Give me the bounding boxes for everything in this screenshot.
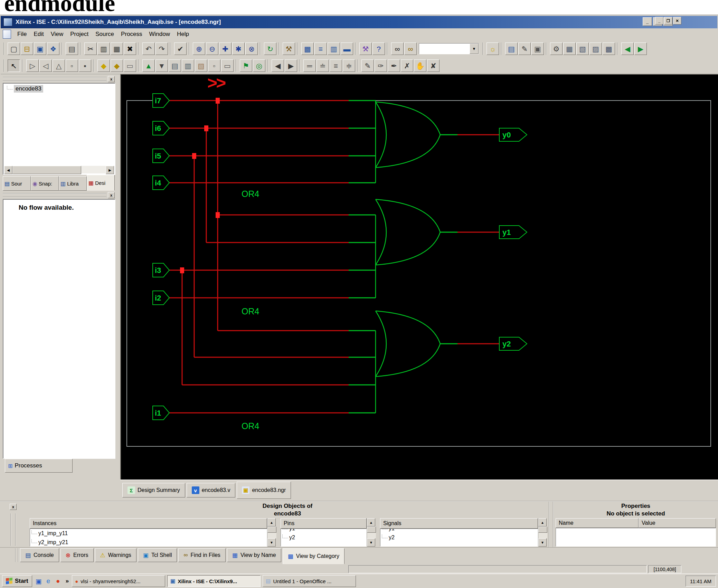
close-icon[interactable]: x: [10, 504, 17, 510]
tab-warnings[interactable]: ⚠Warnings: [95, 548, 136, 562]
list-item[interactable]: y1_imp_y11: [30, 529, 267, 538]
select-block-button[interactable]: ▫: [66, 59, 78, 72]
scrollbar-track[interactable]: [538, 527, 547, 538]
minimize-button[interactable]: _: [643, 17, 652, 26]
quick-launch-desktop[interactable]: ▣: [34, 576, 43, 586]
child-window-icon[interactable]: [3, 30, 11, 39]
highlight-b-button[interactable]: ◆: [111, 59, 123, 72]
pins-list[interactable]: y1y2: [281, 529, 367, 547]
route-chip-button[interactable]: ▩: [603, 42, 615, 55]
nav-back-button[interactable]: ◀: [621, 42, 634, 55]
chevron-down-icon[interactable]: ▼: [470, 44, 479, 54]
tab-processes[interactable]: ⊞ Processes: [5, 459, 73, 473]
tab-encode83-v[interactable]: vencode83.v: [187, 483, 236, 497]
instances-list[interactable]: y1_imp_y11y2_imp_y21: [30, 529, 267, 547]
scroll-down-icon[interactable]: ▼: [538, 538, 547, 547]
synthesize-chip-button[interactable]: ▦: [563, 42, 576, 55]
close-icon[interactable]: x: [108, 76, 115, 82]
menu-process[interactable]: Process: [117, 29, 145, 39]
scrollbar-thumb[interactable]: [538, 527, 547, 533]
tab-design[interactable]: ▦Desi: [87, 175, 115, 191]
highlight-clear-button[interactable]: ▭: [124, 59, 136, 72]
quick-launch-ie[interactable]: e: [44, 576, 53, 586]
tile-horizontal-button[interactable]: ▬: [341, 42, 353, 55]
refresh-button[interactable]: ↻: [264, 42, 276, 55]
tab-design-summary[interactable]: ΣDesign Summary: [122, 483, 185, 497]
column-header-value[interactable]: Value: [639, 518, 716, 528]
menu-source[interactable]: Source: [92, 29, 117, 39]
schematic-canvas[interactable]: OR4OR4OR4i7i6i5i4i3i2i1y0y1y2>>: [120, 74, 718, 480]
implement-chip-button[interactable]: ⚙: [550, 42, 563, 55]
draw-c-button[interactable]: ✒: [388, 59, 400, 72]
nav-forward-button[interactable]: ▶: [634, 42, 647, 55]
cut-button[interactable]: ✂: [84, 42, 97, 55]
close-icon[interactable]: x: [108, 192, 115, 198]
list-item[interactable]: y2: [281, 533, 366, 542]
scrollbar-track[interactable]: [267, 527, 276, 538]
edit-source-button[interactable]: ✎: [518, 42, 531, 55]
paste-button[interactable]: ▦: [111, 42, 123, 55]
print-button[interactable]: ▤: [66, 42, 78, 55]
lightbulb-button[interactable]: ☼: [486, 42, 499, 55]
view-details-button[interactable]: ≡: [314, 42, 327, 55]
tab-snapshots[interactable]: ◉Snap:: [31, 176, 59, 191]
align-a-button[interactable]: ═: [303, 59, 316, 72]
save-button[interactable]: ▣: [34, 42, 46, 55]
select-pointer-button[interactable]: ↖: [8, 59, 20, 72]
list-item[interactable]: y2: [380, 533, 538, 542]
processes-panel-grabbar[interactable]: x: [3, 192, 115, 198]
task-xilinx[interactable]: ▣Xilinx - ISE - C:\Xilinx9...: [167, 575, 261, 587]
new-document-button[interactable]: ▢: [8, 42, 20, 55]
scrollbar-thumb[interactable]: [12, 166, 81, 174]
open-project-button[interactable]: ⊟: [21, 42, 33, 55]
filter-input[interactable]: [419, 44, 470, 54]
list-item[interactable]: y1: [380, 529, 538, 533]
sources-tree[interactable]: encode83 ◀ ▶: [3, 83, 115, 175]
view-report-a-button[interactable]: ▤: [169, 59, 181, 72]
pan-hand-button[interactable]: ✋: [414, 59, 426, 72]
column-header-name[interactable]: Name: [556, 518, 639, 528]
menu-project[interactable]: Project: [67, 29, 92, 39]
tab-view-by-name[interactable]: ▦View by Name: [227, 548, 281, 562]
scroll-up-icon[interactable]: ▲: [538, 518, 547, 527]
scrollbar-thumb[interactable]: [367, 527, 376, 533]
draw-a-button[interactable]: ✎: [361, 59, 374, 72]
tree-item-encode83[interactable]: encode83: [3, 84, 115, 93]
scrollbar-track[interactable]: [367, 527, 376, 538]
hierarchy-up-button[interactable]: △: [53, 59, 65, 72]
properties-list[interactable]: [556, 528, 716, 547]
menu-edit[interactable]: Edit: [30, 29, 47, 39]
notes-button[interactable]: ▧: [195, 59, 207, 72]
mark-button[interactable]: ⚑: [240, 59, 252, 72]
scroll-up-icon[interactable]: ▲: [267, 518, 276, 527]
delete-button[interactable]: ✖: [124, 42, 136, 55]
menu-help[interactable]: Help: [173, 29, 192, 39]
scroll-down-icon[interactable]: ▼: [267, 538, 276, 547]
vertical-scrollbar[interactable]: ▲▼: [538, 518, 547, 547]
column-header-pins[interactable]: Pins: [281, 518, 367, 529]
tab-errors[interactable]: ⊗Errors: [60, 548, 94, 562]
hierarchy-pop-button[interactable]: ◁: [39, 59, 52, 72]
pin-a-button[interactable]: ▫: [208, 59, 220, 72]
scrollbar-thumb[interactable]: [267, 527, 276, 533]
net-junction[interactable]: [204, 125, 208, 131]
scroll-left-icon[interactable]: ◀: [4, 166, 12, 174]
view-report-b-button[interactable]: ▥: [182, 59, 194, 72]
grab-handle[interactable]: [15, 548, 19, 562]
zoom-out-button[interactable]: ⊖: [206, 42, 218, 55]
menu-view[interactable]: View: [47, 29, 67, 39]
grab-handle[interactable]: [3, 77, 106, 81]
tab-libraries[interactable]: ▥Libra: [59, 176, 87, 191]
view-source-button[interactable]: ▣: [531, 42, 544, 55]
redo-button[interactable]: ↷: [155, 42, 168, 55]
align-c-button[interactable]: ≡: [330, 59, 342, 72]
signals-list[interactable]: y1y2: [380, 529, 538, 547]
page-left-button[interactable]: ◀: [272, 59, 284, 72]
select-net-button[interactable]: ▪: [79, 59, 91, 72]
restore-button[interactable]: ❐: [664, 17, 672, 25]
tile-vertical-button[interactable]: ▥: [328, 42, 340, 55]
find-in-files-button[interactable]: ∞: [404, 42, 417, 55]
align-b-button[interactable]: ≐: [317, 59, 329, 72]
net-junction[interactable]: [216, 212, 220, 218]
find-button[interactable]: ∞: [391, 42, 404, 55]
